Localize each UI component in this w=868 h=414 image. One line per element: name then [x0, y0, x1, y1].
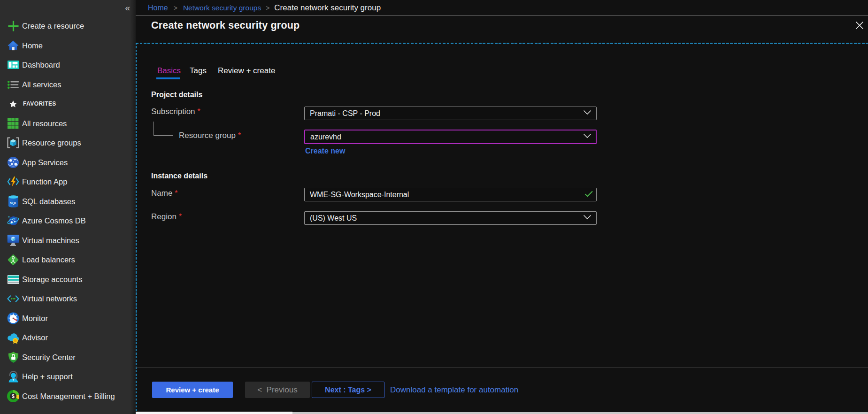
svg-text:$: $ — [12, 394, 15, 399]
svg-text:SQL: SQL — [10, 201, 17, 205]
